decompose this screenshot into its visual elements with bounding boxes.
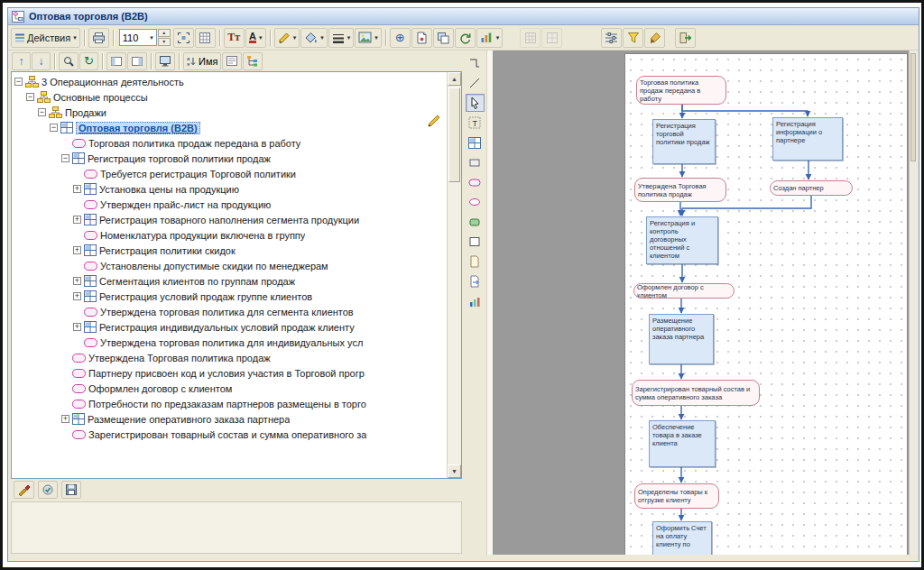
flow-event-node[interactable]: Зарегистрирован товарный состав и сумма … [632,380,760,406]
insert-picture-button[interactable]: ▾ [355,28,382,48]
tree-item[interactable]: Потребности по предзаказам партнеров раз… [12,396,447,411]
tree-item[interactable]: Торговая политика продаж передана в рабо… [12,135,447,151]
connector-tool[interactable] [466,54,485,72]
tree-item[interactable]: Установлены допустимые скидки по менедже… [12,258,447,273]
tree-item[interactable]: Номенклатура продукции включена в группу [12,227,447,243]
flow-event-node[interactable]: Торговая политика продаж передана в рабо… [636,76,726,105]
flow-event-node[interactable]: Утверждена Торговая политика продаж [634,178,726,202]
flow-process-node[interactable]: Регистрация торговой политики продаж [652,119,716,164]
flow-process-node[interactable]: Размещение оперативного заказа партнера [649,314,714,364]
find-button[interactable] [59,52,79,70]
zoom-increase-button[interactable]: ▴ [158,29,171,37]
process-tool[interactable] [466,133,485,152]
tree-item[interactable]: +Регистрация индивидуальных условий прод… [12,319,447,335]
dropdown-arrow-icon[interactable]: ▾ [496,34,500,41]
level-up-button[interactable] [106,52,126,70]
table-button[interactable] [520,28,541,48]
expand-icon[interactable]: + [73,292,81,300]
tree-item[interactable]: +Регистрация товарного наполнения сегмен… [12,212,447,227]
expand-icon[interactable]: + [73,246,81,254]
collapse-icon[interactable]: − [61,154,69,162]
expand-icon[interactable]: + [73,216,81,224]
subprocess-tool[interactable] [466,153,485,171]
collapse-icon[interactable]: − [14,78,23,86]
tree-item[interactable]: −3 Операционная деятельность [12,74,447,89]
expand-icon[interactable]: + [61,415,69,423]
grid-toggle-button[interactable] [195,28,216,48]
event-tool[interactable] [466,173,485,191]
tree-item[interactable]: +Установка цены на продукцию [12,181,447,197]
move-down-button[interactable]: ↓ [32,52,51,70]
tree-item[interactable]: Утверждена Торговая политика продаж [12,350,447,365]
insert-object-button[interactable] [411,28,432,48]
zoom-decrease-button[interactable]: ▾ [158,38,171,46]
scroll-down-button[interactable]: ▼ [448,464,461,478]
document-tool[interactable] [466,253,485,271]
flow-connector[interactable] [682,105,808,116]
chart-tool[interactable] [466,292,485,310]
tree-item[interactable]: +Регистрация условий продаж группе клиен… [12,289,447,304]
dropdown-arrow-icon[interactable]: ▾ [374,34,378,41]
level-down-button[interactable] [127,52,147,70]
zoom-control[interactable]: 110▾ ▴ ▾ [119,29,171,46]
tree-item[interactable]: Оформлен договор с клиентом [12,381,447,396]
tree-item[interactable]: Зарегистрирован товарный состав и сумма … [12,427,447,442]
pointer-tool[interactable] [466,94,485,112]
dropdown-arrow-icon[interactable]: ▾ [347,34,351,41]
zoom-dropdown-icon[interactable]: ▾ [150,34,153,41]
hyperlink-tool[interactable] [466,272,485,290]
flow-event-node[interactable]: Создан партнер [770,180,853,196]
scroll-thumb[interactable] [448,87,460,182]
diagram-canvas[interactable]: Торговая политика продаж передана в рабо… [493,51,917,555]
rectangle-tool[interactable] [466,233,485,251]
flow-process-node[interactable]: Регистрация и контроль договорных отноше… [646,216,718,264]
line-color-button[interactable]: ▾ [274,28,300,48]
text-format-button[interactable]: Тт [224,28,245,48]
dropdown-arrow-icon[interactable]: ▾ [259,34,263,41]
collapse-icon[interactable]: − [50,124,58,132]
canvas-scroll-thumb[interactable] [910,53,916,161]
flow-event-node[interactable]: Оформлен договор с клиентом [633,283,735,299]
splitter[interactable] [486,51,493,555]
tree-item[interactable]: +Сегментация клиентов по группам продаж [12,273,447,289]
tree-item[interactable]: −Оптовая торговля (В2В) [12,120,447,135]
refresh-button[interactable]: ↻ [79,52,98,70]
tree-item[interactable]: Утверждена торговая политика для индивид… [12,335,447,350]
scroll-track[interactable] [448,86,461,464]
structure-button[interactable] [243,52,263,70]
zoom-fit-button[interactable] [173,28,194,48]
fill-color-button[interactable]: ▾ [300,28,328,48]
expand-icon[interactable]: + [73,323,81,331]
tree-item[interactable]: Утвержден прайс-лист на продукцию [12,197,447,212]
flow-process-node[interactable]: Регистрация информации о партнере [772,117,843,161]
collapse-icon[interactable]: − [38,108,46,116]
expand-icon[interactable]: + [73,277,81,285]
state-tool[interactable] [466,213,485,231]
tree-item[interactable]: Утверждена торговая политика для сегмент… [12,304,447,319]
report-settings-button[interactable] [601,28,622,48]
save-button[interactable] [61,481,81,499]
dropdown-arrow-icon[interactable]: ▾ [320,34,324,41]
scroll-up-button[interactable]: ▲ [448,72,461,86]
tree-item[interactable]: Требуется регистрация Торговой политики [12,166,447,181]
text-tool[interactable]: T [466,114,485,132]
print-button[interactable] [88,28,109,48]
move-up-button[interactable]: ↑ [12,52,31,70]
actions-button[interactable]: Действия ▾ [11,28,80,48]
tree-item[interactable]: −Основные процессы [12,89,447,105]
diagram-type-button[interactable]: ▾ [476,28,504,48]
flow-event-node[interactable]: Определены товары к отгрузке клиенту [634,483,719,509]
tree-item[interactable]: −Регистрация торговой политики продаж [12,151,447,166]
diagram-page[interactable]: Торговая политика продаж передана в рабо… [624,53,908,555]
tree-item[interactable]: +Регистрация политики скидок [12,243,447,258]
filter-button[interactable] [623,28,643,48]
zoom-box[interactable]: 110▾ [119,29,157,46]
sort-by-name-button[interactable]: ая Имя [183,52,221,70]
rotate-button[interactable] [455,28,476,48]
line-tool[interactable] [466,74,485,92]
font-color-button[interactable]: А ▾ [245,28,266,48]
cells-button[interactable] [541,28,562,48]
view-mode-button[interactable] [155,52,175,70]
tree-item[interactable]: −Продажи [12,105,447,120]
tree-scrollbar[interactable]: ▲ ▼ [447,72,461,478]
